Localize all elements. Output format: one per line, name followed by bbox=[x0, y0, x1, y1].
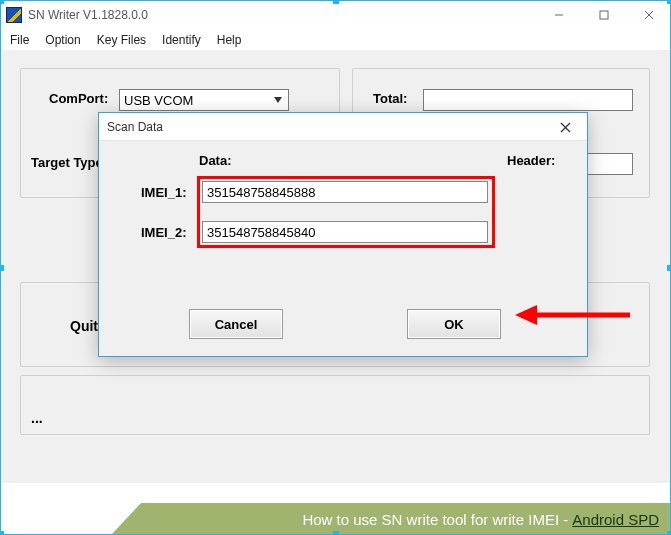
data-column-header: Data: bbox=[199, 153, 232, 168]
window-title: SN Writer V1.1828.0.0 bbox=[28, 8, 148, 22]
ok-button[interactable]: OK bbox=[407, 309, 501, 339]
group-status: ... bbox=[20, 375, 650, 435]
footer: How to use SN write tool for write IMEI … bbox=[0, 495, 671, 535]
imei2-label: IMEI_2: bbox=[141, 225, 187, 240]
dialog-close-button[interactable] bbox=[547, 115, 583, 139]
total-label: Total: bbox=[373, 91, 407, 106]
header-column-header: Header: bbox=[507, 153, 555, 168]
scan-data-dialog: Scan Data Data: Header: IMEI_1: IMEI_2: … bbox=[98, 112, 588, 357]
imei2-input[interactable] bbox=[202, 221, 488, 243]
maximize-button[interactable] bbox=[581, 0, 626, 30]
svg-rect-1 bbox=[600, 11, 608, 19]
comport-combo[interactable]: USB VCOM bbox=[119, 89, 289, 111]
chevron-down-icon bbox=[270, 92, 286, 108]
menubar: File Option Key Files Identify Help bbox=[0, 30, 671, 50]
svg-marker-4 bbox=[274, 97, 282, 103]
quit-label: Quit bbox=[70, 318, 98, 334]
menu-file[interactable]: File bbox=[4, 31, 35, 49]
target-type-label: Target Type: bbox=[31, 155, 107, 170]
titlebar: SN Writer V1.1828.0.0 bbox=[0, 0, 671, 30]
dialog-title: Scan Data bbox=[99, 113, 587, 141]
comport-label: ComPort: bbox=[49, 91, 108, 106]
app-icon bbox=[6, 7, 22, 23]
imei1-label: IMEI_1: bbox=[141, 185, 187, 200]
minimize-button[interactable] bbox=[536, 0, 581, 30]
menu-option[interactable]: Option bbox=[39, 31, 86, 49]
imei1-input[interactable] bbox=[202, 181, 488, 203]
total-field[interactable] bbox=[423, 89, 633, 111]
footer-text: How to use SN write tool for write IMEI … bbox=[302, 511, 568, 528]
menu-keyfiles[interactable]: Key Files bbox=[91, 31, 152, 49]
status-text: ... bbox=[31, 410, 43, 426]
footer-banner: How to use SN write tool for write IMEI … bbox=[111, 503, 671, 535]
footer-link[interactable]: Android SPD bbox=[572, 511, 659, 528]
cancel-button[interactable]: Cancel bbox=[189, 309, 283, 339]
menu-help[interactable]: Help bbox=[211, 31, 248, 49]
comport-value: USB VCOM bbox=[124, 93, 193, 108]
menu-identify[interactable]: Identify bbox=[156, 31, 207, 49]
close-button[interactable] bbox=[626, 0, 671, 30]
